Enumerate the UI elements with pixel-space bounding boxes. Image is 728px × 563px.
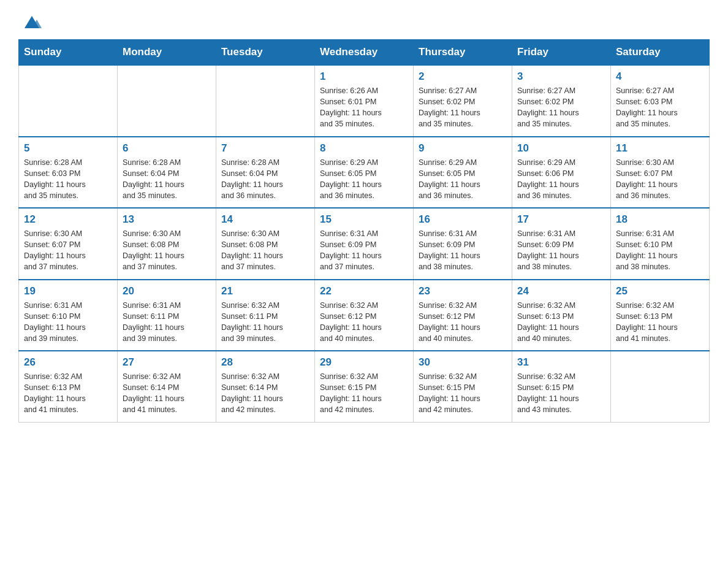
day-number: 18 bbox=[616, 213, 704, 226]
day-info: Sunrise: 6:32 AM Sunset: 6:14 PM Dayligh… bbox=[221, 371, 309, 416]
calendar-cell: 12Sunrise: 6:30 AM Sunset: 6:07 PM Dayli… bbox=[19, 208, 118, 280]
calendar-cell: 20Sunrise: 6:31 AM Sunset: 6:11 PM Dayli… bbox=[118, 280, 216, 351]
calendar-cell: 22Sunrise: 6:32 AM Sunset: 6:12 PM Dayli… bbox=[315, 280, 414, 351]
day-info: Sunrise: 6:29 AM Sunset: 6:05 PM Dayligh… bbox=[419, 157, 507, 202]
day-number: 30 bbox=[419, 356, 507, 369]
day-number: 16 bbox=[419, 213, 507, 226]
calendar-cell: 18Sunrise: 6:31 AM Sunset: 6:10 PM Dayli… bbox=[611, 208, 710, 280]
day-number: 24 bbox=[517, 285, 605, 297]
calendar-cell: 8Sunrise: 6:29 AM Sunset: 6:05 PM Daylig… bbox=[315, 137, 414, 209]
calendar-header: SundayMondayTuesdayWednesdayThursdayFrid… bbox=[19, 40, 710, 66]
day-info: Sunrise: 6:26 AM Sunset: 6:01 PM Dayligh… bbox=[320, 85, 408, 130]
day-header-saturday: Saturday bbox=[611, 40, 710, 66]
calendar-cell: 28Sunrise: 6:32 AM Sunset: 6:14 PM Dayli… bbox=[216, 351, 315, 422]
calendar-cell: 23Sunrise: 6:32 AM Sunset: 6:12 PM Dayli… bbox=[414, 280, 512, 351]
day-header-thursday: Thursday bbox=[414, 40, 512, 66]
day-header-tuesday: Tuesday bbox=[216, 40, 315, 66]
logo bbox=[18, 12, 42, 28]
calendar-cell: 2Sunrise: 6:27 AM Sunset: 6:02 PM Daylig… bbox=[414, 65, 512, 137]
day-header-monday: Monday bbox=[118, 40, 216, 66]
day-info: Sunrise: 6:31 AM Sunset: 6:10 PM Dayligh… bbox=[616, 228, 704, 273]
day-info: Sunrise: 6:31 AM Sunset: 6:10 PM Dayligh… bbox=[24, 300, 112, 345]
day-info: Sunrise: 6:32 AM Sunset: 6:15 PM Dayligh… bbox=[320, 371, 408, 416]
day-number: 10 bbox=[517, 142, 605, 155]
day-number: 8 bbox=[320, 142, 408, 155]
calendar-cell: 1Sunrise: 6:26 AM Sunset: 6:01 PM Daylig… bbox=[315, 65, 414, 137]
header-row: SundayMondayTuesdayWednesdayThursdayFrid… bbox=[19, 40, 710, 66]
page-header bbox=[18, 12, 710, 28]
day-info: Sunrise: 6:31 AM Sunset: 6:09 PM Dayligh… bbox=[320, 228, 408, 273]
calendar-cell: 15Sunrise: 6:31 AM Sunset: 6:09 PM Dayli… bbox=[315, 208, 414, 280]
calendar-table: SundayMondayTuesdayWednesdayThursdayFrid… bbox=[18, 39, 710, 423]
week-row-1: 1Sunrise: 6:26 AM Sunset: 6:01 PM Daylig… bbox=[19, 65, 710, 137]
calendar-cell bbox=[216, 65, 315, 137]
day-number: 19 bbox=[24, 285, 112, 297]
day-info: Sunrise: 6:30 AM Sunset: 6:07 PM Dayligh… bbox=[616, 157, 704, 202]
day-info: Sunrise: 6:30 AM Sunset: 6:07 PM Dayligh… bbox=[24, 228, 112, 273]
calendar-cell: 6Sunrise: 6:28 AM Sunset: 6:04 PM Daylig… bbox=[118, 137, 216, 209]
day-number: 31 bbox=[517, 356, 605, 369]
calendar-cell: 5Sunrise: 6:28 AM Sunset: 6:03 PM Daylig… bbox=[19, 137, 118, 209]
day-number: 4 bbox=[616, 71, 704, 83]
day-number: 15 bbox=[320, 213, 408, 226]
week-row-2: 5Sunrise: 6:28 AM Sunset: 6:03 PM Daylig… bbox=[19, 137, 710, 209]
day-number: 3 bbox=[517, 71, 605, 83]
calendar-cell bbox=[118, 65, 216, 137]
day-number: 12 bbox=[24, 213, 112, 226]
day-number: 27 bbox=[123, 356, 211, 369]
day-info: Sunrise: 6:32 AM Sunset: 6:14 PM Dayligh… bbox=[123, 371, 211, 416]
day-number: 29 bbox=[320, 356, 408, 369]
day-header-friday: Friday bbox=[512, 40, 611, 66]
calendar-cell: 19Sunrise: 6:31 AM Sunset: 6:10 PM Dayli… bbox=[19, 280, 118, 351]
day-info: Sunrise: 6:28 AM Sunset: 6:03 PM Dayligh… bbox=[24, 157, 112, 202]
day-info: Sunrise: 6:31 AM Sunset: 6:11 PM Dayligh… bbox=[123, 300, 211, 345]
day-info: Sunrise: 6:32 AM Sunset: 6:11 PM Dayligh… bbox=[221, 300, 309, 345]
calendar-cell: 24Sunrise: 6:32 AM Sunset: 6:13 PM Dayli… bbox=[512, 280, 611, 351]
day-info: Sunrise: 6:32 AM Sunset: 6:13 PM Dayligh… bbox=[517, 300, 605, 345]
calendar-cell: 26Sunrise: 6:32 AM Sunset: 6:13 PM Dayli… bbox=[19, 351, 118, 422]
calendar-cell: 17Sunrise: 6:31 AM Sunset: 6:09 PM Dayli… bbox=[512, 208, 611, 280]
day-number: 22 bbox=[320, 285, 408, 297]
week-row-5: 26Sunrise: 6:32 AM Sunset: 6:13 PM Dayli… bbox=[19, 351, 710, 422]
calendar-cell: 13Sunrise: 6:30 AM Sunset: 6:08 PM Dayli… bbox=[118, 208, 216, 280]
day-info: Sunrise: 6:31 AM Sunset: 6:09 PM Dayligh… bbox=[419, 228, 507, 273]
day-number: 21 bbox=[221, 285, 309, 297]
day-header-wednesday: Wednesday bbox=[315, 40, 414, 66]
day-info: Sunrise: 6:27 AM Sunset: 6:02 PM Dayligh… bbox=[517, 85, 605, 130]
day-number: 7 bbox=[221, 142, 309, 155]
day-info: Sunrise: 6:32 AM Sunset: 6:15 PM Dayligh… bbox=[517, 371, 605, 416]
day-info: Sunrise: 6:32 AM Sunset: 6:13 PM Dayligh… bbox=[24, 371, 112, 416]
calendar-cell bbox=[19, 65, 118, 137]
day-info: Sunrise: 6:27 AM Sunset: 6:03 PM Dayligh… bbox=[616, 85, 704, 130]
calendar-cell: 10Sunrise: 6:29 AM Sunset: 6:06 PM Dayli… bbox=[512, 137, 611, 209]
week-row-4: 19Sunrise: 6:31 AM Sunset: 6:10 PM Dayli… bbox=[19, 280, 710, 351]
day-info: Sunrise: 6:27 AM Sunset: 6:02 PM Dayligh… bbox=[419, 85, 507, 130]
day-number: 20 bbox=[123, 285, 211, 297]
day-number: 9 bbox=[419, 142, 507, 155]
day-header-sunday: Sunday bbox=[19, 40, 118, 66]
day-number: 11 bbox=[616, 142, 704, 155]
day-info: Sunrise: 6:32 AM Sunset: 6:12 PM Dayligh… bbox=[320, 300, 408, 345]
day-number: 1 bbox=[320, 71, 408, 83]
day-number: 2 bbox=[419, 71, 507, 83]
calendar-cell: 3Sunrise: 6:27 AM Sunset: 6:02 PM Daylig… bbox=[512, 65, 611, 137]
calendar-cell: 16Sunrise: 6:31 AM Sunset: 6:09 PM Dayli… bbox=[414, 208, 512, 280]
day-number: 23 bbox=[419, 285, 507, 297]
calendar-cell: 4Sunrise: 6:27 AM Sunset: 6:03 PM Daylig… bbox=[611, 65, 710, 137]
calendar-body: 1Sunrise: 6:26 AM Sunset: 6:01 PM Daylig… bbox=[19, 65, 710, 422]
day-number: 6 bbox=[123, 142, 211, 155]
day-info: Sunrise: 6:28 AM Sunset: 6:04 PM Dayligh… bbox=[123, 157, 211, 202]
logo-icon bbox=[22, 11, 42, 31]
day-info: Sunrise: 6:32 AM Sunset: 6:15 PM Dayligh… bbox=[419, 371, 507, 416]
day-info: Sunrise: 6:32 AM Sunset: 6:12 PM Dayligh… bbox=[419, 300, 507, 345]
day-number: 14 bbox=[221, 213, 309, 226]
day-info: Sunrise: 6:28 AM Sunset: 6:04 PM Dayligh… bbox=[221, 157, 309, 202]
calendar-cell: 31Sunrise: 6:32 AM Sunset: 6:15 PM Dayli… bbox=[512, 351, 611, 422]
day-info: Sunrise: 6:29 AM Sunset: 6:05 PM Dayligh… bbox=[320, 157, 408, 202]
calendar-cell: 7Sunrise: 6:28 AM Sunset: 6:04 PM Daylig… bbox=[216, 137, 315, 209]
calendar-cell: 25Sunrise: 6:32 AM Sunset: 6:13 PM Dayli… bbox=[611, 280, 710, 351]
day-number: 5 bbox=[24, 142, 112, 155]
week-row-3: 12Sunrise: 6:30 AM Sunset: 6:07 PM Dayli… bbox=[19, 208, 710, 280]
day-number: 17 bbox=[517, 213, 605, 226]
day-info: Sunrise: 6:30 AM Sunset: 6:08 PM Dayligh… bbox=[123, 228, 211, 273]
